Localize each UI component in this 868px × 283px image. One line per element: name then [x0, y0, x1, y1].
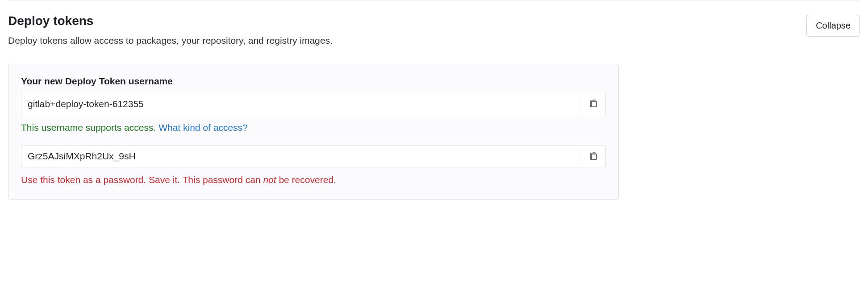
- svg-rect-0: [592, 101, 597, 107]
- username-input[interactable]: [21, 93, 581, 115]
- username-help-link[interactable]: What kind of access?: [159, 122, 248, 133]
- svg-rect-2: [592, 154, 597, 159]
- username-label: Your new Deploy Token username: [21, 76, 606, 87]
- new-token-panel: Your new Deploy Token username: [8, 64, 619, 200]
- token-field-block: Use this token as a password. Save it. T…: [21, 145, 606, 187]
- section-description: Deploy tokens allow access to packages, …: [8, 33, 797, 48]
- clipboard-icon: [589, 99, 598, 109]
- copy-token-button[interactable]: [581, 145, 606, 167]
- username-field-block: Your new Deploy Token username: [21, 76, 606, 135]
- token-warning-suffix: be recovered.: [276, 175, 336, 185]
- username-help-text: This username supports access.: [21, 122, 159, 133]
- token-input-row: [21, 145, 606, 167]
- deploy-tokens-section: Deploy tokens Deploy tokens allow access…: [0, 0, 868, 200]
- username-input-row: [21, 93, 606, 115]
- token-input[interactable]: [21, 145, 581, 167]
- clipboard-icon: [589, 151, 598, 162]
- token-warning-emphasis: not: [263, 175, 276, 185]
- token-warning-prefix: Use this token as a password. Save it. T…: [21, 175, 263, 185]
- section-header: Deploy tokens Deploy tokens allow access…: [8, 14, 860, 48]
- section-title: Deploy tokens: [8, 14, 797, 28]
- main-content: Deploy tokens Deploy tokens allow access…: [8, 14, 860, 200]
- collapse-button[interactable]: Collapse: [806, 15, 860, 37]
- copy-username-button[interactable]: [581, 93, 606, 115]
- header-text: Deploy tokens Deploy tokens allow access…: [8, 14, 797, 48]
- token-warning: Use this token as a password. Save it. T…: [21, 173, 606, 187]
- username-help: This username supports access. What kind…: [21, 121, 606, 135]
